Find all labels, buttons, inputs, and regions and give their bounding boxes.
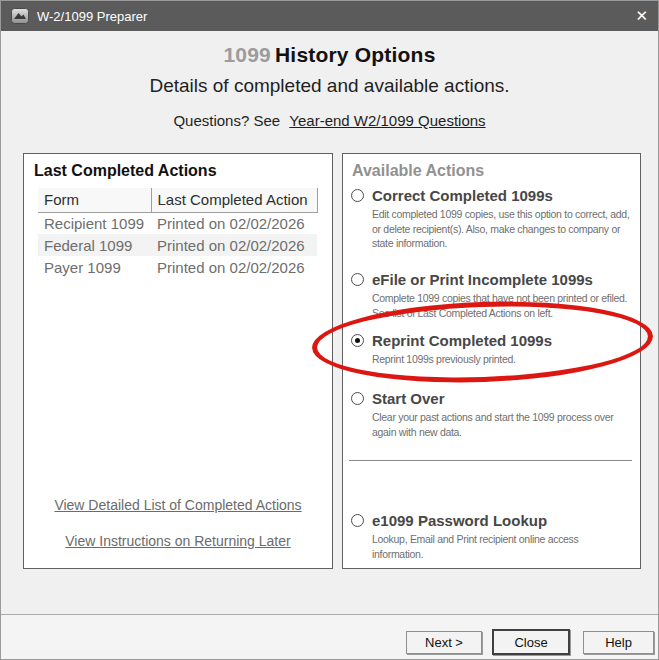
next-button[interactable]: Next >: [406, 631, 482, 654]
form-cell: Payer 1099: [38, 256, 151, 278]
option-label[interactable]: eFile or Print Incomplete 1099s: [372, 271, 593, 288]
option-label[interactable]: Reprint Completed 1099s: [372, 332, 552, 349]
action-cell: Printed on 02/02/2026: [151, 212, 317, 234]
option-e1099-password-lookup: e1099 Password Lookup Lookup, Email and …: [351, 512, 632, 561]
column-header-action: Last Completed Action: [151, 188, 317, 212]
column-header-form: Form: [38, 188, 151, 212]
section-divider: [349, 460, 632, 461]
table-header-row: Form Last Completed Action: [38, 188, 317, 212]
form-cell: Recipient 1099: [38, 212, 151, 234]
window-title: W-2/1099 Preparer: [37, 9, 147, 24]
option-description: Edit completed 1099 copies, use this opt…: [372, 207, 632, 251]
questions-prefix: Questions? See: [173, 112, 280, 129]
table-row: Payer 1099 Printed on 02/02/2026: [38, 256, 317, 278]
option-description: Reprint 1099s previously printed.: [372, 352, 632, 367]
page-title-main: History Options: [275, 43, 436, 66]
available-actions-panel: Available Actions Correct Completed 1099…: [342, 153, 641, 569]
option-efile-print-incomplete: eFile or Print Incomplete 1099s Complete…: [351, 271, 632, 320]
dialog-window: W-2/1099 Preparer ✕ 1099History Options …: [0, 0, 659, 660]
radio-icon[interactable]: [351, 189, 364, 202]
table-row: Recipient 1099 Printed on 02/02/2026: [38, 212, 317, 234]
left-panel-heading: Last Completed Actions: [34, 162, 217, 180]
questions-line: Questions? See Year-end W2/1099 Question…: [1, 112, 658, 129]
option-description: Clear your past actions and start the 10…: [372, 410, 632, 439]
app-logo-icon: [11, 7, 29, 25]
titlebar: W-2/1099 Preparer ✕: [1, 1, 658, 31]
option-start-over: Start Over Clear your past actions and s…: [351, 390, 632, 439]
page-subtitle: Details of completed and available actio…: [1, 75, 658, 97]
option-label[interactable]: e1099 Password Lookup: [372, 512, 547, 529]
radio-icon[interactable]: [351, 392, 364, 405]
table-row: Federal 1099 Printed on 02/02/2026: [38, 234, 317, 256]
right-panel-heading: Available Actions: [352, 162, 484, 180]
option-description: Complete 1099 copies that have not been …: [372, 291, 632, 320]
page-title-prefix: 1099: [223, 43, 271, 66]
close-icon[interactable]: ✕: [620, 1, 648, 31]
option-label[interactable]: Start Over: [372, 390, 445, 407]
completed-actions-table: Form Last Completed Action Recipient 109…: [38, 188, 318, 278]
option-correct-completed: Correct Completed 1099s Edit completed 1…: [351, 187, 632, 251]
action-cell: Printed on 02/02/2026: [151, 234, 317, 256]
last-completed-actions-panel: Last Completed Actions Form Last Complet…: [23, 153, 333, 569]
questions-link[interactable]: Year-end W2/1099 Questions: [289, 112, 485, 129]
option-description: Lookup, Email and Print recipient online…: [372, 532, 632, 561]
action-cell: Printed on 02/02/2026: [151, 256, 317, 278]
option-label[interactable]: Correct Completed 1099s: [372, 187, 553, 204]
radio-icon[interactable]: [351, 273, 364, 286]
radio-icon[interactable]: [351, 514, 364, 527]
radio-icon[interactable]: [351, 334, 364, 347]
help-button[interactable]: Help: [583, 631, 654, 654]
page-title: 1099History Options: [1, 43, 658, 67]
view-instructions-link[interactable]: View Instructions on Returning Later: [24, 533, 332, 549]
close-button[interactable]: Close: [492, 629, 570, 655]
view-detailed-list-link[interactable]: View Detailed List of Completed Actions: [24, 497, 332, 513]
option-reprint-completed: Reprint Completed 1099s Reprint 1099s pr…: [351, 332, 632, 367]
form-cell: Federal 1099: [38, 234, 151, 256]
